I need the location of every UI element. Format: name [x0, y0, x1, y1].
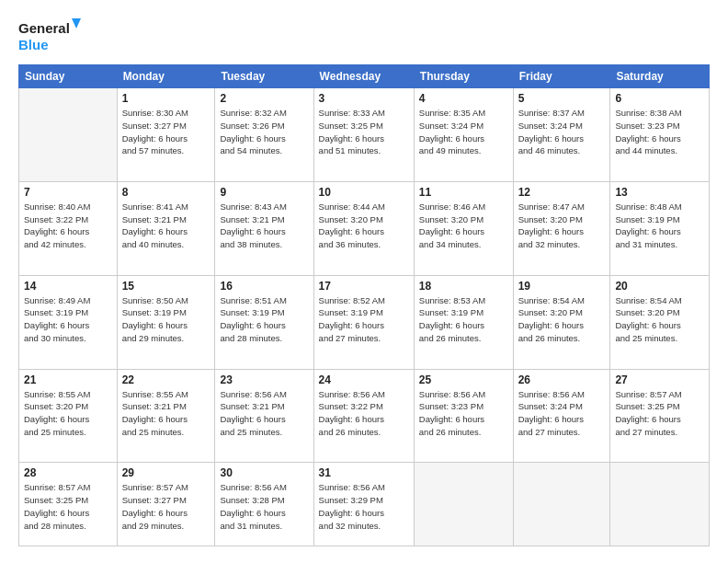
calendar-cell: 8Sunrise: 8:41 AM Sunset: 3:21 PM Daylig… [117, 181, 215, 275]
day-number: 13 [615, 186, 704, 199]
day-info: Sunrise: 8:57 AM Sunset: 3:25 PM Dayligh… [24, 481, 112, 532]
calendar-cell: 3Sunrise: 8:33 AM Sunset: 3:25 PM Daylig… [313, 88, 414, 182]
calendar-week-row: 14Sunrise: 8:49 AM Sunset: 3:19 PM Dayli… [19, 275, 710, 369]
weekday-header-friday: Friday [513, 65, 610, 88]
day-info: Sunrise: 8:56 AM Sunset: 3:29 PM Dayligh… [319, 481, 409, 532]
day-info: Sunrise: 8:56 AM Sunset: 3:22 PM Dayligh… [319, 388, 409, 439]
day-info: Sunrise: 8:44 AM Sunset: 3:20 PM Dayligh… [319, 201, 409, 251]
calendar-cell: 7Sunrise: 8:40 AM Sunset: 3:22 PM Daylig… [19, 181, 118, 275]
logo: General Blue [18, 17, 83, 53]
calendar-week-row: 28Sunrise: 8:57 AM Sunset: 3:25 PM Dayli… [19, 463, 710, 546]
calendar-cell: 18Sunrise: 8:53 AM Sunset: 3:19 PM Dayli… [414, 275, 513, 369]
day-number: 21 [24, 373, 112, 386]
day-info: Sunrise: 8:52 AM Sunset: 3:19 PM Dayligh… [319, 294, 409, 345]
weekday-header-saturday: Saturday [610, 65, 710, 88]
day-number: 4 [419, 92, 508, 105]
day-info: Sunrise: 8:56 AM Sunset: 3:28 PM Dayligh… [220, 481, 308, 532]
day-info: Sunrise: 8:46 AM Sunset: 3:20 PM Dayligh… [419, 201, 508, 251]
day-number: 27 [615, 373, 704, 386]
calendar-cell: 19Sunrise: 8:54 AM Sunset: 3:20 PM Dayli… [513, 275, 610, 369]
calendar-cell: 10Sunrise: 8:44 AM Sunset: 3:20 PM Dayli… [313, 181, 414, 275]
day-number: 19 [518, 280, 606, 293]
calendar-cell: 11Sunrise: 8:46 AM Sunset: 3:20 PM Dayli… [414, 181, 513, 275]
day-info: Sunrise: 8:56 AM Sunset: 3:21 PM Dayligh… [220, 388, 308, 439]
svg-text:Blue: Blue [18, 37, 49, 52]
day-number: 26 [518, 373, 606, 386]
day-info: Sunrise: 8:35 AM Sunset: 3:24 PM Dayligh… [419, 107, 508, 157]
day-number: 22 [122, 373, 210, 386]
calendar-cell: 29Sunrise: 8:57 AM Sunset: 3:27 PM Dayli… [117, 463, 215, 546]
calendar-cell [610, 463, 710, 546]
day-info: Sunrise: 8:53 AM Sunset: 3:19 PM Dayligh… [419, 294, 508, 345]
calendar-cell: 5Sunrise: 8:37 AM Sunset: 3:24 PM Daylig… [513, 88, 610, 182]
day-number: 5 [518, 92, 606, 105]
logo-svg: General Blue [18, 17, 83, 53]
calendar-cell: 12Sunrise: 8:47 AM Sunset: 3:20 PM Dayli… [513, 181, 610, 275]
day-number: 11 [419, 186, 508, 199]
day-info: Sunrise: 8:38 AM Sunset: 3:23 PM Dayligh… [615, 107, 704, 157]
weekday-header-tuesday: Tuesday [215, 65, 313, 88]
day-number: 2 [220, 92, 308, 105]
day-number: 17 [319, 280, 409, 293]
calendar-cell: 25Sunrise: 8:56 AM Sunset: 3:23 PM Dayli… [414, 369, 513, 463]
day-info: Sunrise: 8:47 AM Sunset: 3:20 PM Dayligh… [518, 201, 606, 251]
day-number: 28 [24, 466, 112, 479]
day-info: Sunrise: 8:57 AM Sunset: 3:27 PM Dayligh… [122, 481, 210, 532]
calendar-cell: 21Sunrise: 8:55 AM Sunset: 3:20 PM Dayli… [19, 369, 118, 463]
day-number: 18 [419, 280, 508, 293]
calendar-table: SundayMondayTuesdayWednesdayThursdayFrid… [18, 64, 710, 546]
calendar-cell: 1Sunrise: 8:30 AM Sunset: 3:27 PM Daylig… [117, 88, 215, 182]
day-info: Sunrise: 8:50 AM Sunset: 3:19 PM Dayligh… [122, 294, 210, 345]
calendar-cell: 6Sunrise: 8:38 AM Sunset: 3:23 PM Daylig… [610, 88, 710, 182]
day-info: Sunrise: 8:37 AM Sunset: 3:24 PM Dayligh… [518, 107, 606, 157]
day-info: Sunrise: 8:32 AM Sunset: 3:26 PM Dayligh… [220, 107, 308, 157]
day-info: Sunrise: 8:43 AM Sunset: 3:21 PM Dayligh… [220, 201, 308, 251]
weekday-header-wednesday: Wednesday [313, 65, 414, 88]
svg-marker-2 [72, 18, 81, 29]
calendar-cell: 30Sunrise: 8:56 AM Sunset: 3:28 PM Dayli… [215, 463, 313, 546]
day-info: Sunrise: 8:33 AM Sunset: 3:25 PM Dayligh… [319, 107, 409, 157]
day-number: 29 [122, 466, 210, 479]
calendar-cell: 28Sunrise: 8:57 AM Sunset: 3:25 PM Dayli… [19, 463, 118, 546]
day-info: Sunrise: 8:56 AM Sunset: 3:23 PM Dayligh… [419, 388, 508, 439]
day-number: 6 [615, 92, 704, 105]
day-number: 15 [122, 280, 210, 293]
day-number: 8 [122, 186, 210, 199]
day-number: 24 [319, 373, 409, 386]
day-info: Sunrise: 8:51 AM Sunset: 3:19 PM Dayligh… [220, 294, 308, 345]
calendar-cell: 23Sunrise: 8:56 AM Sunset: 3:21 PM Dayli… [215, 369, 313, 463]
calendar-cell: 13Sunrise: 8:48 AM Sunset: 3:19 PM Dayli… [610, 181, 710, 275]
day-number: 14 [24, 280, 112, 293]
calendar-cell: 4Sunrise: 8:35 AM Sunset: 3:24 PM Daylig… [414, 88, 513, 182]
calendar-cell: 17Sunrise: 8:52 AM Sunset: 3:19 PM Dayli… [313, 275, 414, 369]
day-info: Sunrise: 8:30 AM Sunset: 3:27 PM Dayligh… [122, 107, 210, 157]
calendar-cell: 27Sunrise: 8:57 AM Sunset: 3:25 PM Dayli… [610, 369, 710, 463]
day-number: 12 [518, 186, 606, 199]
day-info: Sunrise: 8:55 AM Sunset: 3:21 PM Dayligh… [122, 388, 210, 439]
day-number: 23 [220, 373, 308, 386]
weekday-header-sunday: Sunday [19, 65, 118, 88]
day-number: 3 [319, 92, 409, 105]
day-number: 20 [615, 280, 704, 293]
day-number: 25 [419, 373, 508, 386]
calendar-cell [414, 463, 513, 546]
day-number: 9 [220, 186, 308, 199]
day-number: 31 [319, 466, 409, 479]
calendar-cell: 9Sunrise: 8:43 AM Sunset: 3:21 PM Daylig… [215, 181, 313, 275]
calendar-cell: 2Sunrise: 8:32 AM Sunset: 3:26 PM Daylig… [215, 88, 313, 182]
weekday-header-row: SundayMondayTuesdayWednesdayThursdayFrid… [19, 65, 710, 88]
day-info: Sunrise: 8:54 AM Sunset: 3:20 PM Dayligh… [615, 294, 704, 345]
day-number: 16 [220, 280, 308, 293]
header: General Blue [18, 17, 710, 53]
calendar-cell: 26Sunrise: 8:56 AM Sunset: 3:24 PM Dayli… [513, 369, 610, 463]
calendar-cell: 14Sunrise: 8:49 AM Sunset: 3:19 PM Dayli… [19, 275, 118, 369]
calendar-week-row: 7Sunrise: 8:40 AM Sunset: 3:22 PM Daylig… [19, 181, 710, 275]
day-info: Sunrise: 8:54 AM Sunset: 3:20 PM Dayligh… [518, 294, 606, 345]
day-info: Sunrise: 8:48 AM Sunset: 3:19 PM Dayligh… [615, 201, 704, 251]
calendar-cell: 31Sunrise: 8:56 AM Sunset: 3:29 PM Dayli… [313, 463, 414, 546]
day-number: 10 [319, 186, 409, 199]
day-number: 1 [122, 92, 210, 105]
day-number: 7 [24, 186, 112, 199]
calendar-cell: 22Sunrise: 8:55 AM Sunset: 3:21 PM Dayli… [117, 369, 215, 463]
day-info: Sunrise: 8:49 AM Sunset: 3:19 PM Dayligh… [24, 294, 112, 345]
